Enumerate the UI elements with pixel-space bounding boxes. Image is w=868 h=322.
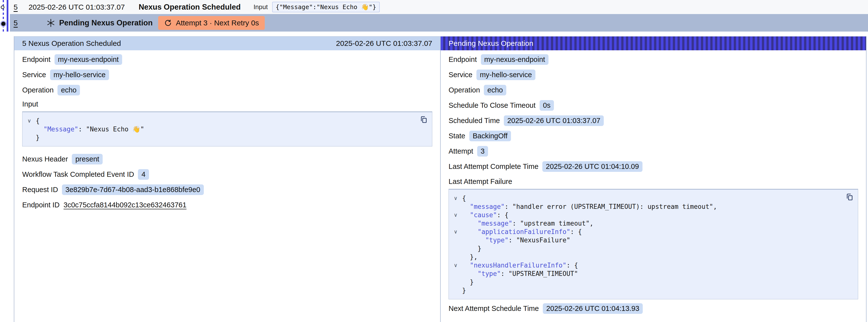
pending-event-id-link[interactable]: 5 <box>13 19 18 27</box>
collapse-chevron-icon[interactable]: ∨ <box>454 261 462 269</box>
pending-nexus-operation-row[interactable]: 5 Pending Nexus Operation Attempt 3 · Ne… <box>10 14 868 32</box>
code-gutter <box>454 236 462 244</box>
right-fields: Endpointmy-nexus-endpointServicemy-hello… <box>448 54 858 171</box>
field-row: Servicemy-hello-service <box>448 69 858 80</box>
field-value: my-hello-service <box>50 69 109 80</box>
input-code-lines: ∨{ "Message": "Nexus Echo 👋"} <box>27 117 427 142</box>
event-marker-current-icon <box>1 22 5 26</box>
collapse-chevron-icon[interactable]: ∨ <box>27 117 36 125</box>
field-row: Operationecho <box>448 85 858 95</box>
code-gutter <box>454 244 462 253</box>
code-line-text: { <box>462 194 466 202</box>
field-value: 2025-02-26 UTC 01:04:10.09 <box>542 161 642 172</box>
field-label: Schedule To Close Timeout <box>448 101 536 109</box>
code-line-text: "type": "NexusFailure" <box>462 236 570 244</box>
left-panel-timestamp: 2025-02-26 UTC 01:03:37.07 <box>336 39 432 47</box>
event-row-nexus-operation-scheduled[interactable]: 5 2025-02-26 UTC 01:03:37.07 Nexus Opera… <box>10 0 868 14</box>
event-title: Nexus Operation Scheduled <box>139 3 241 11</box>
failure-code-block: ∨{ "message": "handler error (UPSTREAM_T… <box>448 189 858 299</box>
field-label: Service <box>22 71 46 79</box>
right-panel-header: Pending Nexus Operation <box>441 36 866 50</box>
attempt-retry-badge: Attempt 3 · Next Retry 0s <box>158 16 265 30</box>
field-value: 3 <box>477 146 488 157</box>
code-line-text: "message": "handler error (UPSTREAM_TIME… <box>462 202 717 211</box>
failure-section-label: Last Attempt Failure <box>448 178 858 186</box>
field-value: 2025-02-26 UTC 01:03:37.07 <box>504 116 604 126</box>
code-line-text: } <box>462 286 466 295</box>
field-label: Operation <box>448 86 480 94</box>
attempt-retry-text: Attempt 3 · Next Retry 0s <box>176 19 259 27</box>
code-gutter <box>454 286 462 295</box>
field-value: 0s <box>539 100 554 111</box>
code-gutter <box>27 133 36 142</box>
right-footer-field: Next Attempt Schedule Time2025-02-26 UTC… <box>448 303 858 314</box>
pending-operation-detail-column: Pending Nexus Operation Endpointmy-nexus… <box>440 36 866 322</box>
code-gutter <box>27 125 36 133</box>
collapse-chevron-icon[interactable]: ∨ <box>454 228 462 236</box>
retry-icon <box>164 19 172 27</box>
event-input-chip[interactable]: {"Message":"Nexus Echo 👋"} <box>272 2 379 12</box>
field-row: Servicemy-hello-service <box>22 69 432 80</box>
field-label: Service <box>448 71 472 79</box>
field-row: Operationecho <box>22 85 432 95</box>
field-row: Last Attempt Complete Time2025-02-26 UTC… <box>448 161 858 171</box>
field-label: Attempt <box>448 147 473 155</box>
field-row: Scheduled Time2025-02-26 UTC 01:03:37.07 <box>448 116 858 126</box>
field-value: echo <box>58 85 80 95</box>
field-label: State <box>448 132 465 140</box>
code-line-text: "message": "upstream timeout", <box>462 219 593 228</box>
field-row: Endpoint ID3c0c75ccfa8144b092c13ce632463… <box>22 200 432 210</box>
field-value: echo <box>484 85 506 95</box>
field-label: Workflow Task Completed Event ID <box>22 170 134 179</box>
failure-code-lines: ∨{ "message": "handler error (UPSTREAM_T… <box>454 194 853 295</box>
code-gutter <box>454 253 462 261</box>
field-row: Attempt3 <box>448 146 858 156</box>
field-label: Request ID <box>22 186 58 194</box>
field-row: Endpointmy-nexus-endpoint <box>22 54 432 65</box>
code-gutter <box>454 278 462 286</box>
field-value: BackingOff <box>469 131 511 141</box>
copy-icon[interactable] <box>845 193 854 201</box>
pending-asterisk-icon <box>46 19 55 27</box>
field-label: Operation <box>22 86 54 94</box>
field-value: 3e829b7e-7d67-4b08-aad3-b1e868bfe9e0 <box>62 185 204 195</box>
field-value: my-hello-service <box>476 69 535 80</box>
code-line-text: } <box>36 133 40 142</box>
field-label: Endpoint ID <box>22 201 60 209</box>
field-label: Next Attempt Schedule Time <box>448 304 539 313</box>
code-gutter <box>454 269 462 278</box>
event-input-label: Input <box>253 3 268 11</box>
field-row: Schedule To Close Timeout0s <box>448 100 858 110</box>
field-row: Request ID3e829b7e-7d67-4b08-aad3-b1e868… <box>22 185 432 195</box>
field-value: my-nexus-endpoint <box>55 54 122 65</box>
field-value[interactable]: 3c0c75ccfa8144b092c13ce632463761 <box>64 201 187 209</box>
event-id-link[interactable]: 5 <box>13 3 18 11</box>
left-fields-bottom: Nexus HeaderpresentWorkflow Task Complet… <box>22 154 432 210</box>
field-label: Nexus Header <box>22 155 68 163</box>
collapse-chevron-icon[interactable]: ∨ <box>454 194 462 202</box>
field-value: my-nexus-endpoint <box>481 54 549 65</box>
right-panel-title: Pending Nexus Operation <box>448 39 533 47</box>
field-label: Endpoint <box>448 56 477 64</box>
copy-icon[interactable] <box>420 116 428 124</box>
field-label: Scheduled Time <box>448 117 500 125</box>
left-fields-top: Endpointmy-nexus-endpointServicemy-hello… <box>22 54 432 95</box>
field-value: 2025-02-26 UTC 01:04:13.93 <box>543 303 643 314</box>
code-line-text: "applicationFailureInfo": { <box>462 228 582 236</box>
field-label: Endpoint <box>22 56 51 64</box>
code-line-text: "nexusHandlerFailureInfo": { <box>462 261 578 269</box>
collapse-chevron-icon[interactable]: ∨ <box>454 211 462 219</box>
event-detail-panel: 5 Nexus Operation Scheduled 2025-02-26 U… <box>14 36 867 322</box>
field-row: Workflow Task Completed Event ID4 <box>22 169 432 180</box>
left-panel-header: 5 Nexus Operation Scheduled 2025-02-26 U… <box>14 36 440 50</box>
code-line-text: "cause": { <box>462 211 508 219</box>
code-gutter <box>454 202 462 211</box>
field-label: Last Attempt Complete Time <box>448 162 538 171</box>
code-line-text: { <box>36 117 40 125</box>
timeline-gutter <box>0 0 10 37</box>
code-line-text: "Message": "Nexus Echo 👋" <box>36 125 144 133</box>
timeline-active-bar <box>7 0 8 32</box>
input-section-label: Input <box>22 100 432 108</box>
code-line-text: } <box>462 278 474 286</box>
event-timestamp: 2025-02-26 UTC 01:03:37.07 <box>29 3 125 11</box>
